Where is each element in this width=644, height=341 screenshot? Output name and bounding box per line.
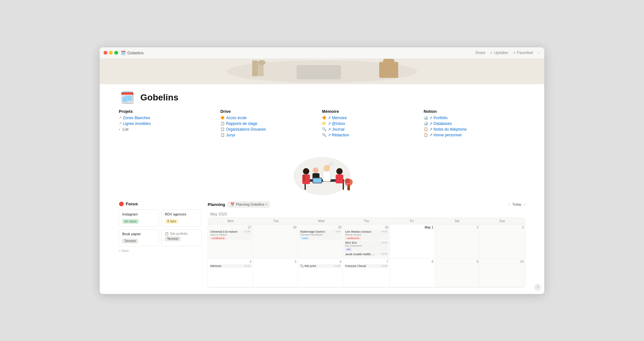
help-button[interactable]: ? (534, 284, 541, 291)
cal-icon: 📅 (230, 202, 235, 207)
calendar-event-3[interactable]: 10:00 Jeudi creatifs Netflix conférence (344, 252, 388, 256)
link-lignes-invisibles[interactable]: ↗ Lignes invisibles (119, 121, 220, 126)
next-month-button[interactable]: › (524, 202, 525, 206)
calendar-event[interactable]: 14:00 François Cheval (344, 264, 388, 268)
card-sub-text: Site portfolio (170, 232, 188, 235)
page-header: 🗓️ Gobelins (100, 84, 544, 106)
main-content: Projets ↗ Zones Blanches ↗ Lignes invisi… (100, 106, 544, 294)
bullet-icon: • (119, 127, 120, 131)
link-icon: 📋 (424, 133, 428, 137)
titlebar-left: 🗓️ Gobelins (104, 51, 144, 55)
svg-rect-7 (297, 65, 341, 79)
share-button[interactable]: Share (475, 51, 486, 55)
link-icon: 🔍 (322, 127, 326, 131)
page-title: Gobelins (140, 92, 178, 103)
calendar-event[interactable]: 14:15 Mémoire (209, 264, 252, 268)
titlebar-actions: Share ✓ Updates ✓ Favorited ··· (475, 51, 540, 55)
link-acces-ecole[interactable]: 🔶 Accès école (220, 116, 322, 120)
event-person: Clément Nachbauer (300, 233, 340, 236)
link-memoire[interactable]: 🔶 ↗ Mémoire (322, 116, 424, 120)
link-icon: 📋 (424, 127, 428, 131)
calendar-event[interactable]: 14:00 Les réseaux sociaux Benoit Saume c… (344, 230, 388, 240)
link-icon: 📋 (220, 121, 225, 126)
date-number: 2 (436, 226, 479, 229)
day-fri: Fri (389, 218, 434, 224)
close-dot[interactable] (104, 51, 107, 55)
day-sat: Sat (434, 218, 480, 224)
window-title-label: Gobelins (127, 51, 144, 55)
focus-add-button[interactable]: + New (119, 249, 201, 253)
link-icon: ↗ (119, 121, 122, 126)
svg-rect-2 (252, 60, 258, 76)
date-number: 30 (344, 226, 388, 229)
calendar-event-2[interactable]: 10:00 RDV Éric Éric Delamarre rdv (344, 241, 388, 251)
minimize-dot[interactable] (109, 51, 113, 55)
illustration-area (119, 141, 525, 201)
date-number: 6 (299, 260, 341, 263)
link-databases[interactable]: 📊 ↗ Databases (424, 121, 525, 126)
link-inbox[interactable]: 📁 ↗ @Inbox (322, 121, 424, 126)
maximize-dot[interactable] (114, 51, 118, 55)
status-badge: Terminé (165, 236, 181, 241)
today-button[interactable]: Today (512, 202, 521, 206)
month-navigation: ‹ Today › (508, 202, 525, 206)
bottom-section: 🔴 Focus Instagram en cours RDV agences À… (119, 201, 525, 294)
memoire-title: Mémoire (322, 109, 424, 114)
link-list[interactable]: • List (119, 127, 220, 132)
date-number: 4 (209, 260, 252, 263)
link-rapports[interactable]: 📋 Rapports de stage (220, 121, 322, 126)
calendar-event[interactable]: 9:00 Etalonnage Davinci Clément Nachbaue… (299, 230, 341, 240)
link-icon: ↗ (119, 116, 122, 120)
link-icon: 🔶 (322, 116, 326, 120)
cal-cell-may10: 10 (480, 259, 525, 287)
event-time: 14:00 (381, 230, 387, 233)
calendar-selector[interactable]: 📅 Planning Gobelins ▾ (228, 201, 270, 208)
calendar-event[interactable]: 14:30 🔍 Rdv print (299, 264, 341, 268)
link-jurys[interactable]: 📋 Jurys (220, 133, 322, 137)
titlebar-title: 🗓️ Gobelins (121, 51, 144, 55)
cal-label-text: Planning Gobelins (236, 202, 264, 206)
svg-rect-14 (303, 174, 305, 181)
prev-month-button[interactable]: ‹ (508, 202, 510, 206)
focus-icon: 🔴 (119, 201, 124, 206)
svg-rect-18 (313, 178, 321, 183)
link-organisations[interactable]: 📋 Organisations Douanes (220, 127, 322, 132)
svg-point-12 (303, 168, 309, 174)
favorited-button[interactable]: ✓ Favorited (513, 51, 533, 55)
day-sun: Sun (480, 218, 525, 224)
traffic-dots (104, 51, 118, 55)
link-home-personnel[interactable]: 📋 ↗ Home personnel (424, 133, 525, 137)
more-button[interactable]: ··· (537, 51, 540, 55)
drive-section: Drive 🔶 Accès école 📋 Rapports de stage … (220, 109, 322, 139)
event-person: Éric Delamarre (345, 244, 387, 247)
cal-cell-may7: 7 14:00 François Cheval (343, 259, 390, 287)
planning-title: Planning (208, 202, 225, 207)
day-mon: Mon (208, 218, 253, 224)
link-redaction[interactable]: 🔍 ↗ Rédaction (322, 133, 424, 137)
svg-point-21 (336, 168, 343, 174)
calendar-event[interactable]: 11:00 Universal à la maison Jane & Hélèn… (209, 230, 252, 240)
focus-cards-grid: Instagram en cours RDV agences À faire B… (119, 209, 201, 246)
page-icon: 🗓️ (119, 89, 135, 106)
link-zones-blanches[interactable]: ↗ Zones Blanches (119, 116, 220, 120)
focus-card-rdv-agences: RDV agences À faire (161, 209, 201, 227)
link-icon: 📊 (424, 121, 428, 126)
links-grid: Projets ↗ Zones Blanches ↗ Lignes invisi… (119, 109, 525, 139)
cal-cell-apr28: 28 (253, 224, 298, 259)
link-icon: 📁 (322, 121, 326, 126)
event-badge: rdv (345, 248, 352, 251)
link-notes-telephone[interactable]: 📋 ↗ Notes du téléphone (424, 127, 525, 132)
hero-svg (100, 59, 544, 84)
updates-button[interactable]: ✓ Updates (490, 51, 508, 55)
link-journal[interactable]: 🔍 ↗ Journal (322, 127, 424, 132)
day-wed: Wed (299, 218, 344, 224)
date-number: 5 (254, 260, 297, 263)
svg-point-15 (313, 167, 319, 173)
focus-card-site: 📋 Site portfolio Terminé (161, 229, 201, 246)
date-number: May 1 (391, 226, 433, 229)
svg-point-28 (331, 162, 333, 164)
svg-rect-3 (258, 64, 264, 76)
link-portfolio[interactable]: 📊 ↗ Portfolio (424, 116, 525, 120)
notion-section: Notion 📊 ↗ Portfolio 📊 ↗ Databases 📋 ↗ N… (424, 109, 525, 139)
card-title: RDV agences (165, 212, 198, 216)
